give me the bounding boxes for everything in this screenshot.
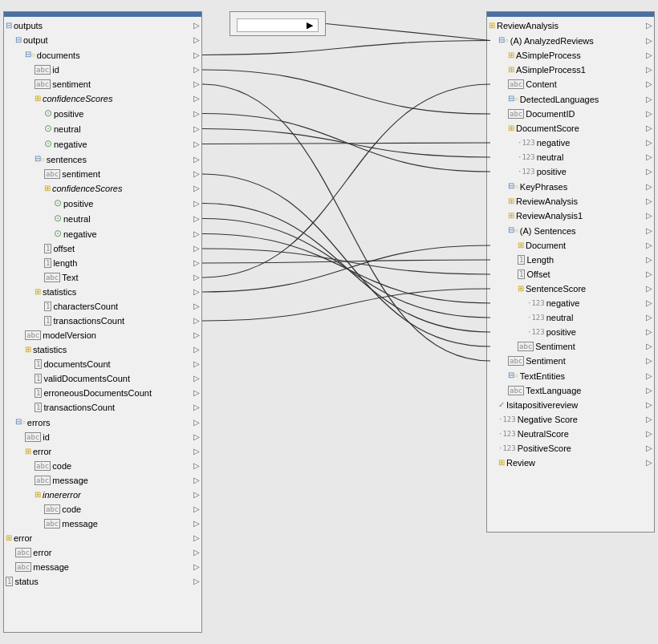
- tree-item-AnalyzedReviews: ⊟○(A) AnalyzedReviews▷: [487, 33, 654, 48]
- tree-item-negative1: ⊙negative▷: [4, 136, 201, 152]
- label-DocumentScore: DocumentScore: [516, 122, 579, 135]
- row-arrow-documents[interactable]: ▷: [193, 49, 200, 62]
- icon-TextEntities: ⊟○: [508, 369, 518, 383]
- row-arrow-DocumentID[interactable]: ▷: [646, 107, 652, 120]
- row-arrow-ReviewAnalysis[interactable]: ▷: [646, 19, 652, 32]
- tree-item-neutral2: ⊙neutral▷: [4, 211, 201, 226]
- row-arrow-neutral2[interactable]: ▷: [193, 213, 200, 225]
- label-errors: errors: [27, 416, 51, 429]
- row-arrow-documentsCount[interactable]: ▷: [193, 358, 200, 371]
- row-arrow-status[interactable]: ▷: [193, 575, 200, 588]
- row-arrow-confidenceScores1[interactable]: ▷: [193, 92, 200, 105]
- row-arrow-erroneousDocumentsCount[interactable]: ▷: [193, 387, 200, 399]
- tree-item-ReviewAnalysis: ⊞ReviewAnalysis▷: [487, 18, 654, 33]
- icon-Sentences: ⊟○: [508, 224, 518, 237]
- row-arrow-sneutral[interactable]: ▷: [646, 311, 652, 324]
- row-arrow-error1[interactable]: ▷: [193, 445, 200, 458]
- icon-statistics1: ⊞: [35, 286, 41, 298]
- row-arrow-Review[interactable]: ▷: [646, 456, 652, 469]
- tree-item-KeyPhrases: ⊟○KeyPhrases▷: [487, 179, 654, 194]
- tree-item-outputs: ⊟outputs▷: [4, 18, 201, 33]
- label-positive2: positive: [63, 197, 93, 210]
- row-arrow-Document[interactable]: ▷: [646, 239, 652, 252]
- row-arrow-transactionsCount2[interactable]: ▷: [193, 401, 200, 414]
- icon-dnegative: ·123: [518, 136, 535, 149]
- row-arrow-errmsg1[interactable]: ▷: [193, 474, 200, 487]
- icon-sentiment: abc: [35, 78, 51, 91]
- row-arrow-Isitapositivereview[interactable]: ▷: [646, 399, 652, 411]
- row-arrow-PositiveScore[interactable]: ▷: [646, 442, 652, 455]
- row-arrow-ReviewAnalysis1[interactable]: ▷: [646, 209, 652, 222]
- row-arrow-NeutralScore[interactable]: ▷: [646, 427, 652, 440]
- row-arrow-dneutral[interactable]: ▷: [646, 151, 652, 164]
- row-arrow-Sentences[interactable]: ▷: [646, 225, 652, 237]
- row-arrow-output[interactable]: ▷: [193, 34, 200, 47]
- row-arrow-length[interactable]: ▷: [193, 257, 200, 269]
- row-arrow-ASimpleProcess[interactable]: ▷: [646, 49, 652, 62]
- row-arrow-Length[interactable]: ▷: [646, 253, 652, 266]
- row-arrow-Offset[interactable]: ▷: [646, 268, 652, 281]
- row-arrow-spositive[interactable]: ▷: [646, 326, 652, 338]
- tree-item-errval: abcerror▷: [4, 545, 201, 560]
- label-erroneousDocumentsCount: erroneousDocumentsCount: [43, 387, 152, 399]
- icon-NeutralScore: ·123: [498, 427, 516, 440]
- row-arrow-positive1[interactable]: ▷: [193, 107, 200, 120]
- row-arrow-NegativeScore[interactable]: ▷: [646, 413, 652, 426]
- label-transactionsCount2: transactionsCount: [43, 401, 115, 414]
- row-arrow-dpositive[interactable]: ▷: [646, 165, 652, 178]
- row-arrow-ASimpleProcess1[interactable]: ▷: [646, 63, 652, 76]
- icon-sentences: ⊟○: [35, 152, 45, 166]
- row-arrow-sentiment2[interactable]: ▷: [193, 168, 200, 180]
- row-arrow-outputs[interactable]: ▷: [193, 19, 200, 32]
- icon-inncode: abc: [44, 503, 60, 516]
- row-arrow-Sentiment[interactable]: ▷: [646, 354, 652, 367]
- tree-item-sentiment: abcsentiment▷: [4, 77, 201, 91]
- row-arrow-innmsg[interactable]: ▷: [193, 517, 200, 530]
- row-arrow-validDocumentsCount[interactable]: ▷: [193, 372, 200, 385]
- row-arrow-statistics2[interactable]: ▷: [193, 343, 200, 356]
- label-documentsCount: documentsCount: [43, 358, 110, 371]
- row-arrow-TextLanguage[interactable]: ▷: [646, 384, 652, 397]
- row-arrow-errid[interactable]: ▷: [193, 431, 200, 444]
- row-arrow-sentences[interactable]: ▷: [193, 153, 200, 166]
- row-arrow-negative2[interactable]: ▷: [193, 228, 200, 241]
- row-arrow-Text[interactable]: ▷: [193, 271, 200, 284]
- row-arrow-errmsgval[interactable]: ▷: [193, 561, 200, 573]
- row-arrow-inncode[interactable]: ▷: [193, 503, 200, 516]
- icon-outputs: ⊟: [6, 19, 12, 32]
- row-arrow-modelVersion[interactable]: ▷: [193, 329, 200, 342]
- row-arrow-dnegative[interactable]: ▷: [646, 136, 652, 149]
- row-arrow-snegative[interactable]: ▷: [646, 297, 652, 310]
- row-arrow-errval[interactable]: ▷: [193, 546, 200, 559]
- row-arrow-transactionsCount1[interactable]: ▷: [193, 314, 200, 327]
- icon-errval: abc: [15, 546, 31, 559]
- row-arrow-TextEntities[interactable]: ▷: [646, 370, 652, 383]
- row-arrow-statistics1[interactable]: ▷: [193, 286, 200, 298]
- row-arrow-positive2[interactable]: ▷: [193, 197, 200, 210]
- row-arrow-offset[interactable]: ▷: [193, 242, 200, 255]
- row-arrow-error2[interactable]: ▷: [193, 532, 200, 545]
- row-arrow-AnalyzedReviews[interactable]: ▷: [646, 34, 652, 47]
- row-arrow-negative1[interactable]: ▷: [193, 138, 200, 151]
- tree-item-Content: abcContent▷: [487, 77, 654, 91]
- row-arrow-DocumentScore[interactable]: ▷: [646, 122, 652, 135]
- row-arrow-SentenceScore[interactable]: ▷: [646, 282, 652, 295]
- row-arrow-charactersCount[interactable]: ▷: [193, 300, 200, 313]
- tree-item-Sentiment: abcSentiment▷: [487, 354, 654, 368]
- tree-item-Document: ⊞Document▷: [487, 238, 654, 253]
- label-error1: error: [33, 445, 51, 458]
- row-arrow-errcode1[interactable]: ▷: [193, 460, 200, 472]
- row-arrow-neutral1[interactable]: ▷: [193, 123, 200, 136]
- row-arrow-errors[interactable]: ▷: [193, 416, 200, 429]
- row-arrow-id[interactable]: ▷: [193, 63, 200, 76]
- row-arrow-confidenceScores2[interactable]: ▷: [193, 182, 200, 195]
- row-arrow-ReviewAnalysis2[interactable]: ▷: [646, 195, 652, 208]
- row-arrow-Content[interactable]: ▷: [646, 78, 652, 91]
- row-arrow-KeyPhrases[interactable]: ▷: [646, 180, 652, 193]
- tree-item-documentsCount: 1documentsCount▷: [4, 357, 201, 371]
- row-arrow-innererror[interactable]: ▷: [193, 488, 200, 501]
- icon-modelVersion: abc: [25, 329, 41, 342]
- row-arrow-Sentiment2[interactable]: ▷: [646, 340, 652, 353]
- row-arrow-sentiment[interactable]: ▷: [193, 78, 200, 91]
- row-arrow-DetectedLanguages[interactable]: ▷: [646, 93, 652, 106]
